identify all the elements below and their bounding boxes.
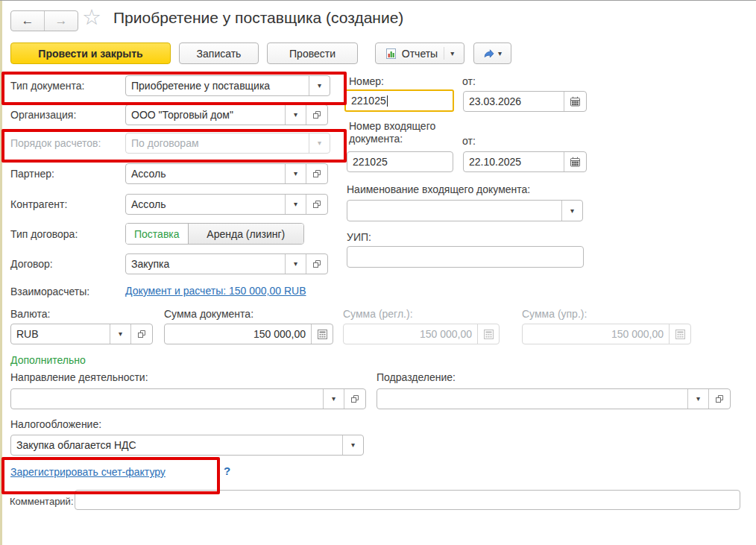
export-arrow-icon: [483, 48, 494, 59]
incoming-date-value[interactable]: 22.10.2025: [464, 152, 564, 171]
dropdown-button: ▾: [309, 133, 330, 153]
uip-label: УИП:: [347, 231, 371, 243]
register-invoice-link[interactable]: Зарегистрировать счет-фактуру: [10, 466, 166, 478]
contract-type-option-lease[interactable]: Аренда (лизинг): [188, 224, 303, 244]
left-arrow-icon: ←: [22, 13, 34, 28]
activity-label: Направление деятельности:: [10, 371, 148, 383]
department-label: Подразделение:: [377, 371, 456, 383]
number-input[interactable]: 221025: [344, 89, 454, 112]
reports-button[interactable]: Отчеты ▾: [375, 42, 464, 64]
post-and-close-button[interactable]: Провести и закрыть: [10, 42, 171, 64]
organization-label: Организация:: [10, 109, 76, 121]
dropdown-button[interactable]: ▾: [342, 435, 363, 455]
calendar-button[interactable]: [564, 92, 586, 111]
open-button[interactable]: [306, 254, 327, 274]
forward-button[interactable]: →: [44, 11, 78, 31]
settlements-link[interactable]: Документ и расчеты: 150 000,00 RUB: [125, 285, 306, 297]
open-button[interactable]: [344, 389, 365, 409]
contract-value[interactable]: Закупка: [126, 254, 285, 274]
currency-label: Валюта:: [10, 308, 50, 320]
taxation-value[interactable]: Закупка облагается НДС: [11, 435, 342, 455]
doc-type-combo[interactable]: Приобретение у поставщика ▾: [125, 75, 330, 96]
calculator-button[interactable]: [311, 324, 333, 344]
chevron-down-icon: ▾: [294, 201, 297, 208]
calculator-icon: [675, 330, 685, 339]
contract-type-switch: Поставка Аренда (лизинг): [125, 223, 304, 245]
write-label: Записать: [197, 48, 242, 60]
partner-value[interactable]: Ассоль: [126, 164, 285, 183]
write-button[interactable]: Записать: [179, 42, 259, 64]
dropdown-button[interactable]: ▾: [561, 201, 582, 221]
incoming-number-label: Номер входящего документа:: [349, 120, 461, 145]
dropdown-button[interactable]: ▾: [285, 105, 306, 125]
more-actions-button[interactable]: ▾: [473, 42, 511, 64]
department-value[interactable]: [377, 389, 687, 409]
partner-combo[interactable]: Ассоль ▾: [125, 163, 328, 184]
open-form-icon: [715, 394, 724, 403]
open-button[interactable]: [130, 324, 152, 344]
dropdown-button[interactable]: ▾: [285, 254, 306, 274]
counterparty-value[interactable]: Ассоль: [126, 195, 285, 214]
post-button[interactable]: Провести: [267, 42, 358, 64]
activity-combo[interactable]: ▾: [10, 388, 366, 409]
window-edge: [0, 1, 2, 545]
incoming-date-field[interactable]: 22.10.2025: [463, 151, 587, 172]
dropdown-button[interactable]: ▾: [285, 164, 306, 183]
open-button[interactable]: [306, 164, 327, 183]
incoming-name-combo[interactable]: ▾: [347, 200, 583, 221]
back-button[interactable]: ←: [11, 11, 44, 31]
contract-combo[interactable]: Закупка ▾: [125, 253, 328, 274]
bar-chart-icon: [385, 48, 397, 60]
doc-type-value[interactable]: Приобретение у поставщика: [126, 76, 309, 95]
incoming-date-label: от:: [462, 135, 476, 147]
dropdown-button[interactable]: ▾: [110, 324, 130, 344]
open-button[interactable]: [306, 195, 327, 214]
open-button[interactable]: [708, 389, 730, 409]
organization-combo[interactable]: ООО "Торговый дом" ▾: [125, 104, 328, 125]
page-title: Приобретение у поставщика (создание): [113, 9, 403, 27]
comment-input[interactable]: [75, 490, 740, 510]
organization-value[interactable]: ООО "Торговый дом": [126, 105, 285, 125]
date-label: от:: [462, 75, 476, 87]
contract-type-option-supply[interactable]: Поставка: [126, 224, 188, 244]
dropdown-button[interactable]: ▾: [687, 389, 708, 409]
button-divider: [444, 47, 444, 60]
counterparty-combo[interactable]: Ассоль ▾: [125, 194, 328, 215]
amount-mgmt-value: 150 000,00: [523, 324, 669, 344]
uip-input[interactable]: [347, 246, 584, 268]
document-form-window: ← → ☆ Приобретение у поставщика (создани…: [0, 0, 756, 545]
reports-label: Отчеты: [402, 48, 438, 60]
calendar-button[interactable]: [564, 152, 586, 171]
number-label: Номер:: [349, 75, 384, 87]
calculator-icon: [318, 330, 327, 339]
dropdown-button[interactable]: ▾: [323, 389, 344, 409]
help-icon[interactable]: ?: [224, 464, 230, 477]
open-button[interactable]: [306, 105, 327, 125]
amount-value[interactable]: 150 000,00: [165, 324, 311, 344]
post-label: Провести: [289, 48, 336, 60]
incoming-number-input[interactable]: [347, 151, 453, 172]
date-value[interactable]: 23.03.2026: [464, 92, 564, 111]
calculator-icon: [484, 330, 494, 339]
chevron-down-icon: ▾: [450, 50, 454, 57]
incoming-name-value[interactable]: [347, 201, 561, 221]
chevron-down-icon: ▾: [351, 441, 355, 449]
open-form-icon: [312, 200, 321, 209]
currency-value[interactable]: RUB: [11, 324, 110, 344]
dropdown-button[interactable]: ▾: [285, 195, 306, 214]
open-form-icon: [350, 394, 359, 403]
counterparty-label: Контрагент:: [10, 198, 67, 210]
date-field[interactable]: 23.03.2026: [463, 91, 587, 112]
chevron-down-icon: ▾: [294, 170, 297, 177]
currency-combo[interactable]: RUB ▾: [10, 324, 153, 344]
calendar-icon: [570, 96, 581, 107]
amount-field[interactable]: 150 000,00: [164, 324, 333, 344]
taxation-combo[interactable]: Закупка облагается НДС ▾: [10, 435, 364, 456]
amount-mgmt-label: Сумма (упр.):: [522, 308, 587, 320]
department-combo[interactable]: ▾: [377, 388, 731, 409]
dropdown-button[interactable]: ▾: [309, 76, 330, 95]
favorite-star-icon[interactable]: ☆: [82, 4, 101, 30]
additional-link[interactable]: Дополнительно: [10, 354, 86, 366]
activity-value[interactable]: [11, 389, 323, 409]
nav-history-group: ← →: [10, 10, 78, 31]
